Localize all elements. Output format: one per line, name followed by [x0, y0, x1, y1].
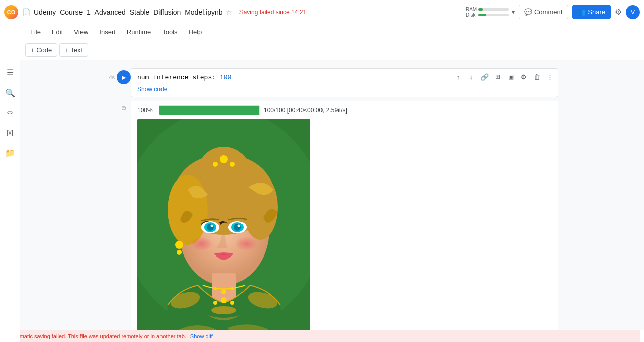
add-code-button[interactable]: + Code	[25, 43, 57, 57]
sidebar-search-icon[interactable]: 🔍	[2, 84, 18, 101]
cell-settings-button[interactable]: ⚙	[518, 71, 530, 83]
cell-body[interactable]: num_inference_steps: 100 Show code ↑ ↓ 🔗…	[131, 68, 558, 97]
notebook-content: 4s ▶ num_inference_steps: 100 Show code …	[106, 60, 558, 330]
add-text-button[interactable]: + Text	[59, 43, 88, 57]
disk-bar-fill	[478, 14, 486, 16]
user-avatar[interactable]: V	[626, 5, 640, 19]
delete-cell-button[interactable]: 🗑	[531, 71, 543, 83]
menu-edit[interactable]: Edit	[47, 26, 68, 38]
menu-help[interactable]: Help	[184, 26, 207, 38]
more-options-button[interactable]: ⋮	[544, 71, 556, 83]
code-cell: 4s ▶ num_inference_steps: 100 Show code …	[106, 68, 558, 97]
generated-image	[137, 119, 310, 330]
svg-point-19	[191, 237, 213, 251]
progress-container: 100% 100/100 [00:40<00:00, 2.59it/s]	[137, 105, 552, 115]
cell-execution-count: 4s	[109, 70, 115, 80]
svg-point-7	[199, 147, 249, 192]
sidebar-variable-icon[interactable]: [x]	[2, 125, 18, 141]
svg-point-25	[213, 301, 217, 305]
cell-toolbar: ↑ ↓ 🔗 ⊞ ▣ ⚙ 🗑 ⋮	[452, 71, 556, 83]
progress-bar-background	[159, 105, 260, 115]
ram-disk-indicator: RAM Disk	[466, 7, 509, 18]
share-button[interactable]: 👥 Share	[572, 5, 611, 19]
svg-point-32	[231, 287, 234, 290]
menu-view[interactable]: View	[69, 26, 93, 38]
svg-point-23	[211, 306, 236, 314]
run-cell-button[interactable]: ▶	[117, 70, 131, 84]
svg-point-18	[238, 224, 240, 227]
colab-logo[interactable]: CO	[4, 5, 18, 19]
progress-bar-fill	[159, 106, 259, 115]
move-up-button[interactable]: ↑	[452, 71, 464, 83]
svg-point-17	[211, 224, 213, 227]
show-code-link[interactable]: Show code	[137, 86, 552, 93]
svg-point-26	[230, 301, 234, 305]
progress-label: 100/100 [00:40<00:00, 2.59it/s]	[264, 107, 347, 114]
autosave-warning: Automatic saving failed. This file was u…	[4, 330, 640, 342]
ram-bar-fill	[478, 8, 483, 11]
star-icon[interactable]: ☆	[226, 8, 232, 16]
saving-status: Saving failed since 14:21	[239, 9, 306, 16]
svg-point-15	[207, 224, 214, 231]
output-area: 100% 100/100 [00:40<00:00, 2.59it/s]	[131, 101, 558, 330]
cell-left: 4s ▶	[106, 68, 131, 84]
svg-point-9	[213, 162, 218, 167]
svg-point-8	[220, 155, 228, 163]
output-container: ⧉ 100% 100/100 [00:40<00:00, 2.59it/s]	[131, 101, 558, 330]
menubar: File Edit View Insert Runtime Tools Help	[0, 24, 644, 40]
media-button[interactable]: ▣	[505, 71, 517, 83]
menu-runtime[interactable]: Runtime	[122, 26, 156, 38]
sidebar-code-icon[interactable]: <>	[2, 105, 18, 121]
svg-point-21	[175, 241, 183, 249]
notebook-title-area: 📄 Udemy_Course_1_Advanced_Stable_Diffusi…	[22, 8, 462, 16]
svg-point-20	[235, 237, 257, 251]
resource-dropdown-arrow[interactable]: ▾	[512, 9, 515, 16]
svg-point-31	[214, 287, 217, 290]
disk-bar	[478, 14, 509, 16]
svg-point-16	[234, 224, 241, 231]
progress-percentage: 100%	[137, 107, 155, 114]
link-cell-button[interactable]: 🔗	[478, 71, 491, 83]
svg-point-5	[168, 175, 208, 245]
toolbar: + Code + Text	[0, 40, 644, 60]
menu-insert[interactable]: Insert	[94, 26, 121, 38]
svg-point-24	[221, 297, 227, 303]
copy-output-button[interactable]: ⧉	[119, 103, 129, 113]
show-diff-link[interactable]: Show diff	[190, 333, 213, 339]
status-bar: Automatic saving failed. This file was u…	[0, 330, 644, 342]
notebook-icon: 📄	[22, 8, 31, 16]
menu-tools[interactable]: Tools	[157, 26, 182, 38]
svg-point-10	[230, 162, 235, 167]
menu-file[interactable]: File	[25, 26, 46, 38]
svg-point-30	[221, 289, 226, 294]
sidebar-files-icon[interactable]: 📁	[2, 145, 18, 161]
add-form-button[interactable]: ⊞	[492, 71, 504, 83]
notebook-title: Udemy_Course_1_Advanced_Stable_Diffusion…	[34, 8, 223, 16]
left-sidebar: ☰ 🔍 <> [x] 📁	[0, 60, 20, 342]
settings-icon[interactable]: ⚙	[615, 7, 622, 17]
svg-point-22	[177, 250, 182, 255]
main-content: 4s ▶ num_inference_steps: 100 Show code …	[20, 60, 644, 330]
comment-button[interactable]: 💬 Comment	[519, 5, 568, 19]
sidebar-menu-icon[interactable]: ☰	[2, 64, 18, 80]
ram-bar	[478, 8, 509, 11]
move-down-button[interactable]: ↓	[465, 71, 477, 83]
top-actions: RAM Disk ▾ 💬 Comment 👥 Share	[466, 5, 640, 19]
